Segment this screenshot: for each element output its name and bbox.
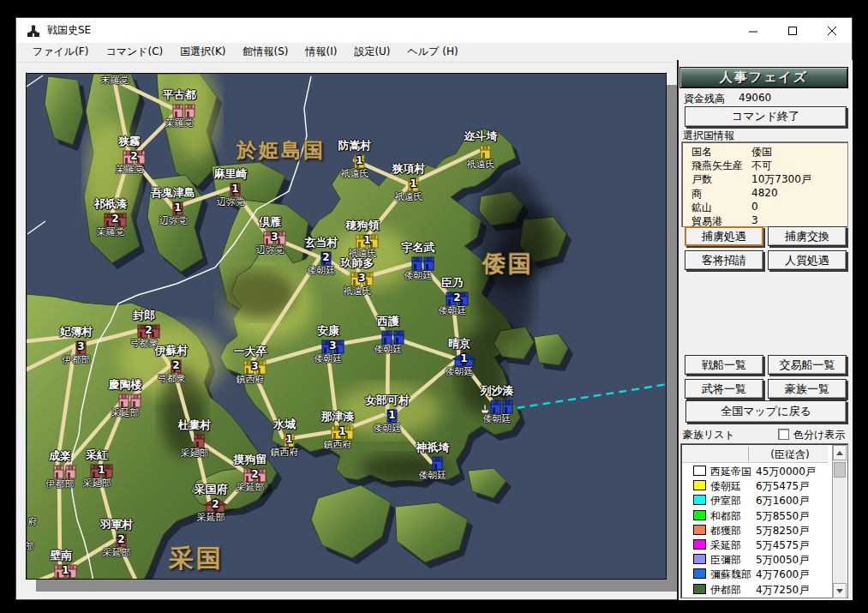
town-臣乃[interactable]: 臣乃2倭朝廷 [434,276,470,316]
clan-list-row[interactable]: 臣彌部5万0050戸 [684,552,829,567]
minimize-button[interactable] [733,18,773,43]
clan-list-row[interactable]: 采延部5万4575戸 [684,538,829,552]
panel-button[interactable]: 人質処遇 [768,250,847,270]
town-倶雁[interactable]: 倶雁3辺弥党 [252,215,288,255]
town-name-label: 采紅 [86,448,108,461]
town-那津湊[interactable]: 那津湊1鎮西府 [320,410,356,450]
castle-icon: 3 [232,357,268,376]
close-button[interactable] [812,18,852,43]
menu-item[interactable]: 情報(I) [296,43,345,62]
scrollbar-thumb[interactable] [834,462,846,478]
town-安康[interactable]: 安康3倭朝廷 [310,324,346,364]
info-value: 0 [751,201,758,213]
town-狭項村[interactable]: 狭項村1祇遠氏 [391,162,427,202]
town-列沙湊[interactable]: 列沙湊倭朝廷 [479,384,515,424]
clan-list-row[interactable]: 西延帝国45万0000戸 [684,464,829,478]
castle-icon: 1 [337,151,373,170]
castle-icon: 1 [391,174,427,193]
menu-item[interactable]: 館情報(S) [235,43,297,62]
town-摸狗留[interactable]: 摸狗留2采延部 [232,453,268,493]
town-吾鬼津島[interactable]: 吾鬼津島1辺弥党 [151,186,195,226]
town-防嵩村[interactable]: 防嵩村1祇遠氏 [337,139,373,179]
panel-button[interactable]: 捕虜処遇 [685,226,763,246]
town-伊蘇村[interactable]: 伊蘇村2弓都衆 [153,344,189,384]
town-name-label: 女部可村 [365,394,410,406]
town-name-label: 慶陶楼 [109,378,142,391]
clan-label: 采延部 [103,547,131,558]
info-label: 戸数 [691,172,712,187]
menu-item[interactable]: ファイル(F) [24,43,97,62]
clan-list-header-text: (臣従含) [752,448,828,462]
town-羽軍村[interactable]: 羽軍村2采延部 [99,518,135,558]
svg-text:2: 2 [111,213,118,225]
info-label: 鉱山 [691,201,712,215]
panel-button[interactable]: 交易船一覧 [768,355,847,375]
town-成楽[interactable]: 成楽伊都部 [42,449,78,490]
castle-icon: 1 [213,179,248,198]
town-西護[interactable]: 西護倭朝廷 [370,315,406,355]
castle-icon: 2 [99,530,135,549]
town-采国府[interactable]: 采国府2采延部 [193,483,229,523]
clan-list-row[interactable]: 都獲部5万8250戸 [684,523,829,538]
info-value: 倭国 [751,145,772,159]
castle-icon: 3 [58,337,94,356]
castle-icon: 2 [434,288,470,307]
color-toggle-checkbox[interactable] [778,429,789,440]
town-穂狗領[interactable]: 穂狗領1祇遠氏 [344,219,380,259]
castle-icon: 2 [303,248,339,267]
clan-list-header: (臣従含) [682,445,828,463]
clan-color-swatch [693,539,706,550]
menu-item[interactable]: コマンド(C) [97,43,171,62]
clan-list-row[interactable]: 和都部5万8550戸 [684,508,829,523]
town-迩斗埼[interactable]: 迩斗埼祇遠氏 [463,129,499,170]
svg-text:3: 3 [329,340,336,352]
clan-list-row[interactable]: 伊都部4万7250戸 [684,582,829,597]
town-晴京[interactable]: 晴京1倭朝廷 [441,337,477,377]
town-玖師多[interactable]: 玖師多3祇遠氏 [339,256,375,297]
clan-name: 西延帝国 [710,465,751,479]
clan-label: 倭朝廷 [483,413,512,424]
panel-button[interactable]: 捕虜交換 [768,226,847,246]
town-狭霧[interactable]: 狭霧2茉羅党 [111,135,147,175]
back-to-national-map-button[interactable]: 全国マップに戻る [685,400,847,423]
color-toggle-label: 色分け表示 [793,428,845,442]
town-封郎[interactable]: 封郎2弓都衆 [126,309,162,349]
menu-item[interactable]: 国選択(K) [171,43,234,62]
town-宇名武[interactable]: 宇名武倭朝廷 [400,241,436,281]
maximize-button[interactable] [773,18,812,43]
town-麻里崎[interactable]: 麻里崎1辺弥党 [213,167,248,207]
town-神祇埼[interactable]: 神祇埼倭朝廷 [415,441,451,481]
castle-icon [400,253,436,272]
town-祁祇湊[interactable]: 祁祇湊2茉羅党 [93,197,129,237]
clan-list-scrollbar[interactable] [832,445,847,598]
end-command-button[interactable]: コマンド終了 [685,106,847,127]
map-viewport[interactable]: 平古都茉羅党狭霧2茉羅党祁祇湊2茉羅党吾鬼津島1辺弥党麻里崎1辺弥党倶雁3辺弥党… [26,73,667,580]
panel-button[interactable]: 客将招請 [685,250,763,270]
town-壁南[interactable]: 壁南1伊都部 [43,549,79,580]
app-castle-icon [27,24,40,38]
scroll-down-button[interactable] [833,583,847,598]
town-水城[interactable]: 水城1鎮西府 [266,418,302,458]
svg-text:3: 3 [77,340,84,352]
town-慶陶楼[interactable]: 慶陶楼采延部 [107,378,143,418]
menu-item[interactable]: 設定(U) [345,43,398,62]
clan-color-swatch [693,554,706,564]
clan-list-row[interactable]: 彌蘇魏部4万7600戸 [684,567,829,581]
town-杜婁村[interactable]: 杜婁村采延部 [177,418,213,459]
scroll-up-button[interactable] [833,445,847,460]
town-女部可村[interactable]: 女部可村1倭朝廷 [365,394,410,434]
funds-label: 資金残高 [684,92,725,106]
town-玄当村[interactable]: 玄当村2倭朝廷 [303,236,339,276]
town-采紅[interactable]: 采紅1采延部 [79,448,115,489]
panel-button[interactable]: 豪族一覧 [768,379,847,399]
menu-item[interactable]: ヘルプ (H) [399,43,467,62]
country-info-box: 国名倭国飛燕矢生産不可戸数10万7300戸商4820鉱山0貿易港3 [681,141,848,227]
panel-button[interactable]: 戦船一覧 [685,355,763,375]
town-妃簿村[interactable]: 妃簿村3伊都部 [58,325,94,365]
panel-button[interactable]: 武将一覧 [685,379,763,399]
clan-list-row[interactable]: 倭朝廷6万5475戸 [684,478,829,493]
clan-list-row[interactable]: 伊室部6万1600戸 [684,493,829,508]
town-name-label: 壁南 [50,549,72,562]
town-一大卒[interactable]: 一大卒3鎮西府 [232,345,268,385]
town-平古都[interactable]: 平古都茉羅党 [161,88,197,129]
